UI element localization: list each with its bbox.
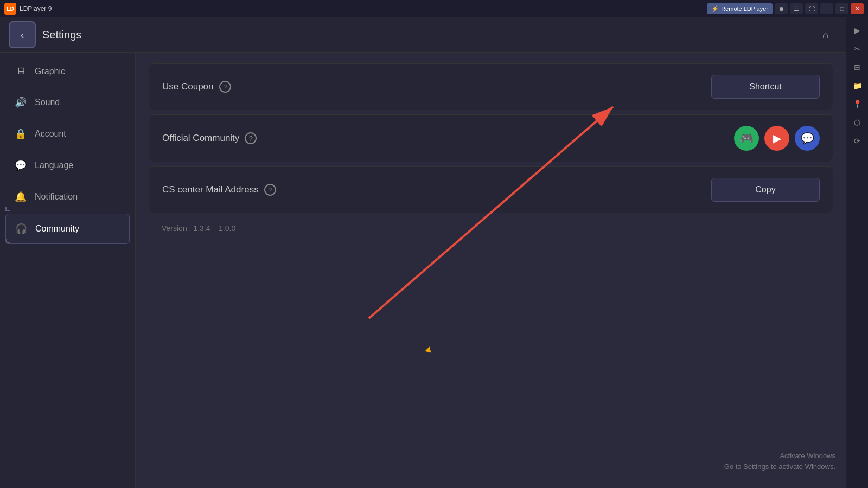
discord-icon[interactable]: 💬	[795, 126, 820, 151]
cs-center-label: CS center Mail Address ?	[162, 184, 711, 196]
remote-label: Remote LDPlayer	[721, 5, 768, 12]
titlebar-right: ⚡ Remote LDPlayer ⏺ ☰ ⛶ ─ □ ✕	[707, 3, 864, 14]
close-button[interactable]: ✕	[851, 3, 864, 14]
activate-windows-line1: Activate Windows	[724, 451, 835, 461]
right-icon-refresh[interactable]: ⟳	[848, 132, 866, 150]
sidebar-item-notification[interactable]: 🔔 Notification	[5, 182, 130, 211]
sidebar-label-account: Account	[35, 129, 66, 139]
back-button[interactable]: ‹	[9, 21, 36, 48]
official-community-help-icon[interactable]: ?	[245, 132, 257, 144]
copy-button[interactable]: Copy	[711, 178, 820, 202]
sidebar-label-graphic: Graphic	[35, 67, 65, 76]
version-text: Version : 1.3.4 1.0.0	[149, 217, 833, 239]
activate-windows-watermark: Activate Windows Go to Settings to activ…	[724, 451, 835, 472]
corner-decoration	[5, 207, 10, 211]
home-button[interactable]: ⌂	[814, 23, 838, 47]
activate-windows-line2: Go to Settings to activate Windows.	[724, 461, 835, 472]
cs-center-action: Copy	[711, 178, 820, 202]
cs-center-help-icon[interactable]: ?	[264, 184, 276, 196]
titlebar: LD LDPlayer 9 ⚡ Remote LDPlayer ⏺ ☰ ⛶ ─ …	[0, 0, 868, 17]
right-icon-folder[interactable]: 📁	[848, 77, 866, 94]
sidebar-label-sound: Sound	[35, 98, 60, 107]
right-sidebar: ▶ ✂ ⊟ 📁 📍 ⬡ ⟳	[846, 17, 868, 488]
home-icon: ⌂	[822, 29, 829, 41]
back-arrow-icon: ‹	[21, 29, 24, 41]
sidebar-item-graphic[interactable]: 🖥 Graphic	[5, 57, 130, 86]
shortcut-button[interactable]: Shortcut	[711, 75, 820, 99]
page-title: Settings	[42, 29, 81, 41]
community-icon: 🎧	[14, 223, 29, 235]
right-icon-hex[interactable]: ⬡	[848, 114, 866, 131]
ld-logo: LD	[4, 3, 16, 15]
sidebar-label-community: Community	[35, 224, 79, 234]
sidebar-item-language[interactable]: 💬 Language	[5, 151, 130, 180]
community-icons: 🎮 ▶ 💬	[734, 126, 820, 151]
titlebar-left: LD LDPlayer 9	[4, 3, 52, 15]
record-button[interactable]: ⏺	[775, 3, 788, 14]
maximize-button[interactable]: □	[835, 3, 848, 14]
use-coupon-help-icon[interactable]: ?	[219, 81, 231, 93]
app-header: ‹ Settings ⌂	[0, 17, 846, 53]
minimize-button[interactable]: ─	[820, 3, 833, 14]
cs-center-section: CS center Mail Address ? Copy	[149, 166, 833, 213]
remote-icon: ⚡	[711, 5, 719, 12]
corner-decoration-active	[6, 239, 10, 243]
left-sidebar: 🖥 Graphic 🔊 Sound 🔒 Account 💬 Language 🔔…	[0, 53, 136, 488]
official-community-section: Official Community ? 🎮 ▶ 💬	[149, 114, 833, 162]
right-icon-minus[interactable]: ⊟	[848, 59, 866, 76]
gameloop-icon[interactable]: 🎮	[734, 126, 759, 151]
right-icon-pin[interactable]: 📍	[848, 95, 866, 113]
below-header: 🖥 Graphic 🔊 Sound 🔒 Account 💬 Language 🔔…	[0, 53, 846, 488]
sidebar-item-account[interactable]: 🔒 Account	[5, 119, 130, 149]
titlebar-brand: LDPlayer 9	[20, 5, 52, 12]
official-community-label: Official Community ?	[162, 132, 734, 144]
sidebar-item-sound[interactable]: 🔊 Sound	[5, 88, 130, 117]
notification-icon: 🔔	[13, 191, 28, 203]
sidebar-label-language: Language	[35, 160, 73, 170]
youtube-icon[interactable]: ▶	[764, 126, 789, 151]
account-icon: 🔒	[13, 128, 28, 140]
use-coupon-action: Shortcut	[711, 75, 820, 99]
language-icon: 💬	[13, 159, 28, 171]
settings-content: Use Coupon ? Shortcut Official Community…	[136, 53, 846, 488]
use-coupon-label: Use Coupon ?	[162, 81, 711, 93]
right-icon-play[interactable]: ▶	[848, 22, 866, 39]
remote-ldplayer-button[interactable]: ⚡ Remote LDPlayer	[707, 3, 773, 14]
settings-button[interactable]: ☰	[790, 3, 803, 14]
sound-icon: 🔊	[13, 97, 28, 108]
main-container: ‹ Settings ⌂ 🖥 Graphic 🔊 Sound 🔒 Account…	[0, 17, 868, 488]
right-icon-cut[interactable]: ✂	[848, 40, 866, 57]
fullscreen-button[interactable]: ⛶	[805, 3, 818, 14]
graphic-icon: 🖥	[13, 66, 28, 77]
sidebar-label-notification: Notification	[35, 192, 78, 202]
use-coupon-section: Use Coupon ? Shortcut	[149, 63, 833, 110]
sidebar-item-community[interactable]: 🎧 Community	[5, 214, 130, 244]
